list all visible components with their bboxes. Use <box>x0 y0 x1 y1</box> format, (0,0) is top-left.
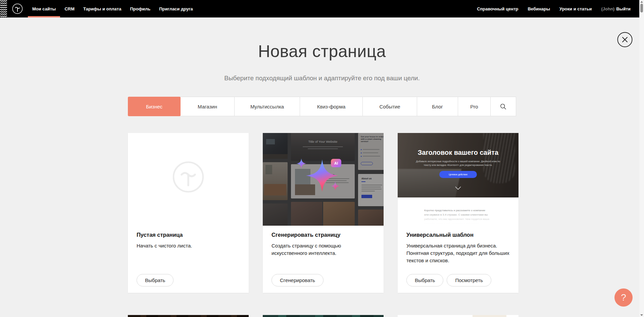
nav-item-help-center[interactable]: Справочный центр <box>477 0 518 17</box>
search-icon <box>500 103 506 110</box>
tab-blog[interactable]: Блог <box>417 97 458 116</box>
card-description: Универсальная страница для бизнеса. Поня… <box>406 242 510 264</box>
card-universal-template: Заголовок вашего сайта Добавьте интересн… <box>398 133 518 293</box>
sparkle-star-tiny-icon <box>331 182 340 190</box>
tab-pro[interactable]: Pro <box>458 97 491 116</box>
choose-blank-button[interactable]: Выбрать <box>137 274 174 286</box>
secondary-nav: Справочный центр Вебинары Уроки и статьи… <box>477 0 631 17</box>
logout-link[interactable]: Выйти <box>616 0 631 17</box>
next-row-card-2-edge[interactable] <box>263 315 384 317</box>
card-description: Создать страницу с помощью искусственног… <box>271 242 375 257</box>
scrollbar-down-arrow-icon[interactable] <box>640 314 643 316</box>
template-hero-subtitle: Добавьте интересные подробности о вашей … <box>412 160 504 167</box>
next-row-card-1-edge[interactable] <box>128 315 249 317</box>
tilda-logo-icon[interactable] <box>12 3 23 14</box>
nav-item-my-sites[interactable]: Мои сайты <box>32 0 56 17</box>
card-title: Универсальный шаблон <box>406 232 510 238</box>
card-ai-generate: Title of Your Website Feature Get your h… <box>263 133 384 293</box>
chevron-down-icon <box>455 186 461 190</box>
card-title: Сгенерировать страницу <box>271 232 375 238</box>
nav-item-webinars[interactable]: Вебинары <box>528 0 550 17</box>
nav-item-lessons[interactable]: Уроки и статьи <box>559 0 592 17</box>
template-hero-content: Заголовок вашего сайта Добавьте интересн… <box>398 133 518 178</box>
scrollbar-up-arrow-icon[interactable] <box>640 1 643 3</box>
nav-item-crm[interactable]: CRM <box>64 0 75 17</box>
template-cta-button: Целевое действие <box>439 171 477 178</box>
nav-item-invite-friend[interactable]: Пригласи друга <box>159 0 193 17</box>
card-blank-page: Пустая страница Начать с чистого листа. … <box>128 133 249 293</box>
scrollbar-thumb[interactable] <box>640 4 643 12</box>
wave-pattern-decoration <box>0 0 8 17</box>
sparkle-star-small-icon <box>296 158 306 169</box>
tab-shop[interactable]: Магазин <box>180 97 235 116</box>
template-fade-overlay <box>398 212 518 226</box>
tab-search[interactable] <box>490 97 516 116</box>
card-description: Начать с чистого листа. <box>137 242 240 250</box>
new-page-modal: Мои сайты CRM Тарифы и оплата Профиль Пр… <box>0 0 644 317</box>
template-preview-thumbnail: Заголовок вашего сайта Добавьте интересн… <box>398 133 518 226</box>
user-name: (John) <box>601 6 614 11</box>
template-hero-title: Заголовок вашего сайта <box>398 149 518 156</box>
next-row-card-3-edge[interactable] <box>398 315 518 317</box>
blank-page-thumbnail <box>128 133 249 226</box>
top-navigation-bar: Мои сайты CRM Тарифы и оплата Профиль Пр… <box>0 0 639 17</box>
help-button[interactable]: ? <box>614 288 633 307</box>
tab-event[interactable]: Событие <box>362 97 417 116</box>
nav-item-profile[interactable]: Профиль <box>130 0 150 17</box>
tab-business[interactable]: Бизнес <box>128 97 181 116</box>
ai-badge: AI <box>331 159 341 167</box>
card-title: Пустая страница <box>137 232 240 238</box>
page-subtitle: Выберите подходящий шаблон и адаптируйте… <box>0 75 644 82</box>
ai-thumbnail: Title of Your Website Feature Get your h… <box>263 133 384 226</box>
page-title: Новая страница <box>0 42 644 61</box>
choose-template-button[interactable]: Выбрать <box>406 274 443 286</box>
main-nav: Мои сайты CRM Тарифы и оплата Профиль Пр… <box>32 0 193 17</box>
user-account-area: (John) Выйти <box>601 0 631 17</box>
tab-quiz-form[interactable]: Квиз-форма <box>300 97 363 116</box>
tab-multilink[interactable]: Мультиссылка <box>234 97 300 116</box>
template-category-tabs: Бизнес Магазин Мультиссылка Квиз-форма С… <box>128 97 518 116</box>
nav-item-tariffs[interactable]: Тарифы и оплата <box>83 0 121 17</box>
view-template-button[interactable]: Посмотреть <box>447 274 491 286</box>
generate-button[interactable]: Сгенерировать <box>271 274 324 286</box>
tilda-logo-watermark-icon <box>172 161 204 193</box>
